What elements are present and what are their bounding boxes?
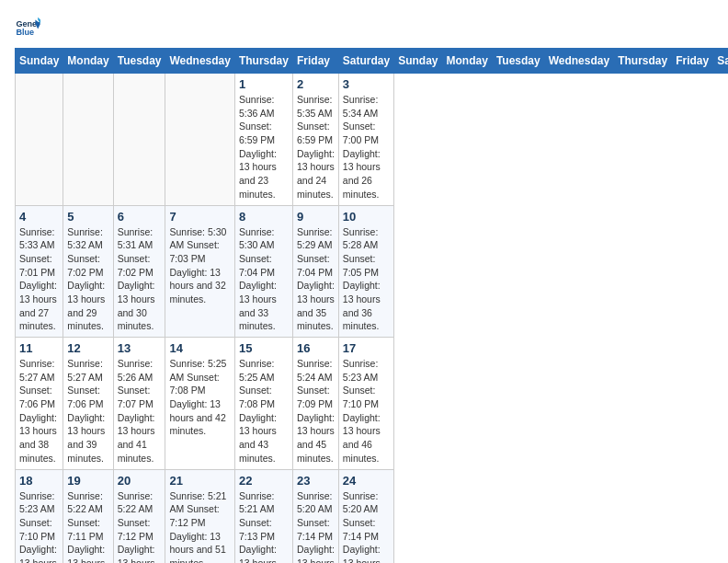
day-cell-13: 13Sunrise: 5:26 AM Sunset: 7:07 PM Dayli… — [113, 338, 165, 470]
day-info: Sunrise: 5:34 AM Sunset: 7:00 PM Dayligh… — [343, 93, 390, 201]
week-row-4: 18Sunrise: 5:23 AM Sunset: 7:10 PM Dayli… — [16, 469, 729, 563]
day-number: 5 — [67, 210, 108, 224]
day-info: Sunrise: 5:28 AM Sunset: 7:05 PM Dayligh… — [343, 225, 390, 334]
empty-cell — [165, 74, 234, 206]
day-cell-16: 16Sunrise: 5:24 AM Sunset: 7:09 PM Dayli… — [292, 338, 338, 470]
day-cell-17: 17Sunrise: 5:23 AM Sunset: 7:10 PM Dayli… — [338, 338, 393, 470]
day-number: 21 — [169, 474, 230, 488]
header-saturday: Saturday — [338, 49, 393, 74]
day-number: 16 — [297, 341, 335, 355]
svg-text:Blue: Blue — [16, 28, 34, 37]
col-friday: Friday — [672, 49, 713, 74]
week-row-1: 1Sunrise: 5:36 AM Sunset: 6:59 PM Daylig… — [16, 74, 729, 206]
day-info: Sunrise: 5:35 AM Sunset: 6:59 PM Dayligh… — [297, 93, 335, 201]
day-number: 3 — [343, 77, 390, 91]
empty-cell — [16, 74, 63, 206]
day-info: Sunrise: 5:25 AM Sunset: 7:08 PM Dayligh… — [239, 357, 289, 465]
day-info: Sunrise: 5:20 AM Sunset: 7:14 PM Dayligh… — [297, 489, 335, 564]
day-info: Sunrise: 5:26 AM Sunset: 7:07 PM Dayligh… — [118, 357, 162, 465]
day-number: 17 — [343, 341, 390, 355]
day-cell-23: 23Sunrise: 5:20 AM Sunset: 7:14 PM Dayli… — [292, 469, 338, 563]
day-cell-4: 4Sunrise: 5:33 AM Sunset: 7:01 PM Daylig… — [16, 205, 63, 338]
day-number: 18 — [19, 474, 59, 488]
day-info: Sunrise: 5:22 AM Sunset: 7:12 PM Dayligh… — [118, 489, 162, 564]
day-cell-15: 15Sunrise: 5:25 AM Sunset: 7:08 PM Dayli… — [234, 338, 292, 470]
day-info: Sunrise: 5:23 AM Sunset: 7:10 PM Dayligh… — [19, 489, 59, 564]
day-cell-21: 21Sunrise: 5:21 AM Sunset: 7:12 PM Dayli… — [165, 469, 234, 563]
col-monday: Monday — [442, 49, 492, 74]
day-number: 20 — [118, 474, 162, 488]
day-cell-22: 22Sunrise: 5:21 AM Sunset: 7:13 PM Dayli… — [234, 469, 292, 563]
empty-cell — [113, 74, 165, 206]
day-cell-1: 1Sunrise: 5:36 AM Sunset: 6:59 PM Daylig… — [234, 74, 292, 206]
day-info: Sunrise: 5:20 AM Sunset: 7:14 PM Dayligh… — [343, 489, 390, 564]
day-cell-18: 18Sunrise: 5:23 AM Sunset: 7:10 PM Dayli… — [16, 469, 63, 563]
day-info: Sunrise: 5:21 AM Sunset: 7:12 PM Dayligh… — [169, 489, 230, 564]
day-number: 9 — [297, 210, 335, 224]
day-info: Sunrise: 5:31 AM Sunset: 7:02 PM Dayligh… — [118, 225, 162, 334]
day-info: Sunrise: 5:25 AM Sunset: 7:08 PM Dayligh… — [169, 357, 230, 438]
day-info: Sunrise: 5:29 AM Sunset: 7:04 PM Dayligh… — [297, 225, 335, 334]
day-info: Sunrise: 5:32 AM Sunset: 7:02 PM Dayligh… — [67, 225, 108, 334]
day-cell-9: 9Sunrise: 5:29 AM Sunset: 7:04 PM Daylig… — [292, 205, 338, 338]
day-cell-14: 14Sunrise: 5:25 AM Sunset: 7:08 PM Dayli… — [165, 338, 234, 470]
day-cell-5: 5Sunrise: 5:32 AM Sunset: 7:02 PM Daylig… — [63, 205, 113, 338]
day-info: Sunrise: 5:22 AM Sunset: 7:11 PM Dayligh… — [67, 489, 108, 564]
day-number: 2 — [297, 77, 335, 91]
header-tuesday: Tuesday — [113, 49, 165, 74]
col-sunday: Sunday — [394, 49, 442, 74]
day-cell-24: 24Sunrise: 5:20 AM Sunset: 7:14 PM Dayli… — [338, 469, 393, 563]
day-number: 22 — [239, 474, 289, 488]
day-cell-6: 6Sunrise: 5:31 AM Sunset: 7:02 PM Daylig… — [113, 205, 165, 338]
col-wednesday: Wednesday — [544, 49, 613, 74]
day-number: 15 — [239, 341, 289, 355]
day-number: 4 — [19, 210, 59, 224]
day-number: 12 — [67, 341, 108, 355]
day-cell-7: 7Sunrise: 5:30 AM Sunset: 7:03 PM Daylig… — [165, 205, 234, 338]
day-info: Sunrise: 5:23 AM Sunset: 7:10 PM Dayligh… — [343, 357, 390, 465]
header-friday: Friday — [292, 49, 338, 74]
empty-cell — [63, 74, 113, 206]
day-cell-20: 20Sunrise: 5:22 AM Sunset: 7:12 PM Dayli… — [113, 469, 165, 563]
day-info: Sunrise: 5:24 AM Sunset: 7:09 PM Dayligh… — [297, 357, 335, 465]
day-number: 6 — [118, 210, 162, 224]
day-cell-2: 2Sunrise: 5:35 AM Sunset: 6:59 PM Daylig… — [292, 74, 338, 206]
logo: General Blue — [15, 15, 44, 40]
day-number: 24 — [343, 474, 390, 488]
day-info: Sunrise: 5:36 AM Sunset: 6:59 PM Dayligh… — [239, 93, 289, 201]
day-number: 10 — [343, 210, 390, 224]
day-number: 14 — [169, 341, 230, 355]
day-cell-8: 8Sunrise: 5:30 AM Sunset: 7:04 PM Daylig… — [234, 205, 292, 338]
day-info: Sunrise: 5:30 AM Sunset: 7:04 PM Dayligh… — [239, 225, 289, 334]
day-cell-12: 12Sunrise: 5:27 AM Sunset: 7:06 PM Dayli… — [63, 338, 113, 470]
day-info: Sunrise: 5:33 AM Sunset: 7:01 PM Dayligh… — [19, 225, 59, 334]
day-number: 7 — [169, 210, 230, 224]
day-cell-19: 19Sunrise: 5:22 AM Sunset: 7:11 PM Dayli… — [63, 469, 113, 563]
header-monday: Monday — [63, 49, 113, 74]
logo-icon: General Blue — [15, 15, 40, 40]
day-info: Sunrise: 5:27 AM Sunset: 7:06 PM Dayligh… — [19, 357, 59, 465]
day-info: Sunrise: 5:30 AM Sunset: 7:03 PM Dayligh… — [169, 225, 230, 306]
day-cell-11: 11Sunrise: 5:27 AM Sunset: 7:06 PM Dayli… — [16, 338, 63, 470]
col-thursday: Thursday — [614, 49, 672, 74]
day-number: 8 — [239, 210, 289, 224]
day-cell-10: 10Sunrise: 5:28 AM Sunset: 7:05 PM Dayli… — [338, 205, 393, 338]
week-row-2: 4Sunrise: 5:33 AM Sunset: 7:01 PM Daylig… — [16, 205, 729, 338]
calendar-table: SundayMondayTuesdayWednesdayThursdayFrid… — [15, 48, 728, 563]
calendar-header-row: SundayMondayTuesdayWednesdayThursdayFrid… — [16, 49, 729, 74]
day-number: 13 — [118, 341, 162, 355]
col-tuesday: Tuesday — [492, 49, 544, 74]
header-wednesday: Wednesday — [165, 49, 234, 74]
col-saturday: Saturday — [713, 49, 728, 74]
day-cell-3: 3Sunrise: 5:34 AM Sunset: 7:00 PM Daylig… — [338, 74, 393, 206]
day-number: 23 — [297, 474, 335, 488]
day-number: 1 — [239, 77, 289, 91]
day-info: Sunrise: 5:27 AM Sunset: 7:06 PM Dayligh… — [67, 357, 108, 465]
day-info: Sunrise: 5:21 AM Sunset: 7:13 PM Dayligh… — [239, 489, 289, 564]
page-header: General Blue — [15, 15, 713, 40]
day-number: 11 — [19, 341, 59, 355]
week-row-3: 11Sunrise: 5:27 AM Sunset: 7:06 PM Dayli… — [16, 338, 729, 470]
header-sunday: Sunday — [16, 49, 63, 74]
header-thursday: Thursday — [234, 49, 292, 74]
day-number: 19 — [67, 474, 108, 488]
